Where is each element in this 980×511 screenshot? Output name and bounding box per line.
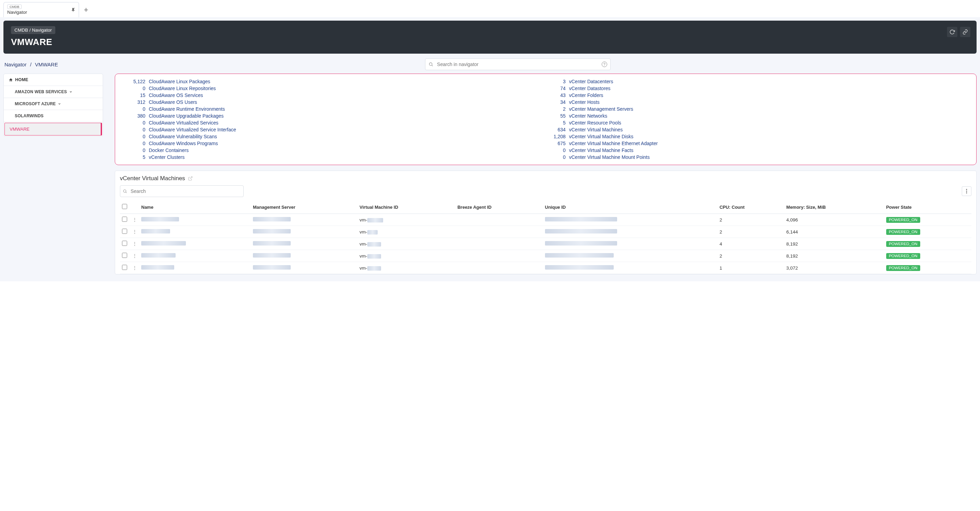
- stat-row: 5vCenter Clusters: [126, 154, 546, 161]
- redacted-name[interactable]: [141, 217, 179, 222]
- tab-chip: CMDB: [7, 5, 22, 9]
- stat-count: 34: [546, 99, 569, 105]
- table-menu-button[interactable]: [962, 186, 971, 196]
- memory-size: 8,192: [784, 250, 884, 262]
- stat-count: 5: [546, 120, 569, 126]
- stat-link[interactable]: CloudAware Linux Repositories: [149, 86, 216, 91]
- stat-link[interactable]: vCenter Virtual Machines: [569, 127, 623, 133]
- stat-link[interactable]: CloudAware Virtualized Services: [149, 120, 218, 126]
- stat-link[interactable]: vCenter Datastores: [569, 86, 611, 91]
- stat-link[interactable]: vCenter Datacenters: [569, 79, 613, 84]
- row-checkbox[interactable]: [122, 253, 127, 258]
- stat-link[interactable]: CloudAware Upgradable Packages: [149, 113, 224, 119]
- stat-row: 0CloudAware Linux Repositories: [126, 85, 546, 92]
- sidebar-item-amazon-web-services[interactable]: AMAZON WEB SERVICES: [4, 86, 103, 98]
- pin-icon[interactable]: [71, 8, 76, 13]
- stat-link[interactable]: vCenter Virtual Machine Ethernet Adapter: [569, 141, 658, 146]
- stat-link[interactable]: vCenter Virtual Machine Mount Points: [569, 154, 650, 160]
- navigator-search-input[interactable]: [425, 59, 611, 70]
- stat-link[interactable]: vCenter Networks: [569, 113, 607, 119]
- redacted-ms: [253, 241, 291, 246]
- column-header[interactable]: CPU: Count: [718, 201, 784, 214]
- stat-link[interactable]: vCenter Management Servers: [569, 106, 633, 112]
- redacted-name[interactable]: [141, 253, 176, 257]
- column-header[interactable]: Management Server: [251, 201, 357, 214]
- row-checkbox[interactable]: [122, 229, 127, 234]
- memory-size: 4,096: [784, 214, 884, 226]
- page-header: CMDB / Navigator VMWARE: [3, 21, 977, 54]
- redacted-vmid: [368, 266, 381, 271]
- sidebar-item-label: HOME: [15, 77, 28, 82]
- stat-link[interactable]: vCenter Clusters: [149, 154, 185, 160]
- redacted-name[interactable]: [141, 241, 186, 246]
- column-header[interactable]: Unique ID: [543, 201, 718, 214]
- select-all-checkbox[interactable]: [122, 204, 127, 209]
- row-checkbox[interactable]: [122, 241, 127, 246]
- stat-row: 0vCenter Virtual Machine Mount Points: [546, 154, 966, 161]
- redacted-ms: [253, 253, 291, 257]
- redacted-name[interactable]: [141, 265, 174, 270]
- table-search-input[interactable]: [120, 185, 243, 197]
- stat-link[interactable]: vCenter Folders: [569, 93, 603, 98]
- stat-count: 15: [126, 93, 149, 98]
- kebab-icon: [966, 189, 967, 193]
- stat-link[interactable]: vCenter Virtual Machine Facts: [569, 147, 633, 153]
- stat-row: 74vCenter Datastores: [546, 85, 966, 92]
- sidebar-item-vmware[interactable]: VMWARE: [5, 123, 102, 136]
- row-actions[interactable]: ⋮: [130, 238, 139, 250]
- stat-link[interactable]: CloudAware Vulnerability Scans: [149, 134, 217, 139]
- sidebar-item-label: SOLARWINDS: [15, 113, 44, 118]
- row-actions[interactable]: ⋮: [130, 250, 139, 262]
- svg-point-0: [429, 63, 432, 65]
- column-header[interactable]: Power State: [884, 201, 971, 214]
- stat-count: 0: [126, 134, 149, 139]
- sidebar-item-home[interactable]: HOME: [4, 74, 103, 86]
- stat-link[interactable]: CloudAware OS Users: [149, 99, 197, 105]
- header-breadcrumb[interactable]: CMDB / Navigator: [11, 26, 55, 34]
- redacted-vmid: [368, 254, 381, 259]
- external-link-icon[interactable]: [188, 176, 193, 181]
- memory-size: 6,144: [784, 226, 884, 238]
- stat-row: 3vCenter Datacenters: [546, 78, 966, 85]
- stat-link[interactable]: vCenter Resource Pools: [569, 120, 621, 126]
- redacted-uid: [545, 253, 614, 257]
- row-checkbox[interactable]: [122, 217, 127, 222]
- link-icon: [963, 29, 968, 35]
- breadcrumb-root[interactable]: Navigator: [5, 62, 27, 67]
- vm-id-prefix: vm-: [360, 229, 368, 235]
- row-checkbox[interactable]: [122, 265, 127, 270]
- redacted-vmid: [368, 242, 381, 247]
- stat-link[interactable]: CloudAware Runtime Environments: [149, 106, 225, 112]
- redacted-name[interactable]: [141, 229, 170, 233]
- sidebar-item-solarwinds[interactable]: SOLARWINDS: [4, 110, 103, 122]
- tab-navigator[interactable]: CMDB Navigator: [3, 2, 79, 17]
- stat-count: 2: [546, 106, 569, 112]
- table-row: ⋮vm-28,192POWERED_ON: [120, 250, 971, 262]
- column-header[interactable]: Memory: Size, MiB: [784, 201, 884, 214]
- memory-size: 8,192: [784, 238, 884, 250]
- stat-count: 1,208: [546, 134, 569, 139]
- column-header[interactable]: Breeze Agent ID: [455, 201, 543, 214]
- stat-link[interactable]: vCenter Virtual Machine Disks: [569, 134, 633, 139]
- stat-link[interactable]: CloudAware Linux Packages: [149, 79, 210, 84]
- row-actions[interactable]: ⋮: [130, 226, 139, 238]
- refresh-button[interactable]: [947, 27, 957, 37]
- sidebar-item-microsoft-azure[interactable]: MICROSOFT AZURE: [4, 98, 103, 110]
- column-header[interactable]: Virtual Machine ID: [357, 201, 455, 214]
- column-header[interactable]: Name: [139, 201, 251, 214]
- help-icon[interactable]: ?: [602, 62, 607, 67]
- row-actions[interactable]: ⋮: [130, 262, 139, 274]
- stat-count: 0: [126, 106, 149, 112]
- stat-link[interactable]: CloudAware Virtualized Service Interface: [149, 127, 236, 133]
- stat-link[interactable]: CloudAware OS Services: [149, 93, 203, 98]
- sidebar-item-label: MICROSOFT AZURE: [15, 101, 56, 106]
- vm-id-prefix: vm-: [360, 254, 368, 259]
- row-actions[interactable]: ⋮: [130, 214, 139, 226]
- new-tab-button[interactable]: +: [84, 6, 88, 14]
- chevron-down-icon: [69, 90, 73, 94]
- stat-link[interactable]: Docker Containers: [149, 147, 189, 153]
- link-button[interactable]: [960, 27, 970, 37]
- stat-link[interactable]: vCenter Hosts: [569, 99, 600, 105]
- stat-link[interactable]: CloudAware Windows Programs: [149, 141, 218, 146]
- stat-row: 675vCenter Virtual Machine Ethernet Adap…: [546, 140, 966, 147]
